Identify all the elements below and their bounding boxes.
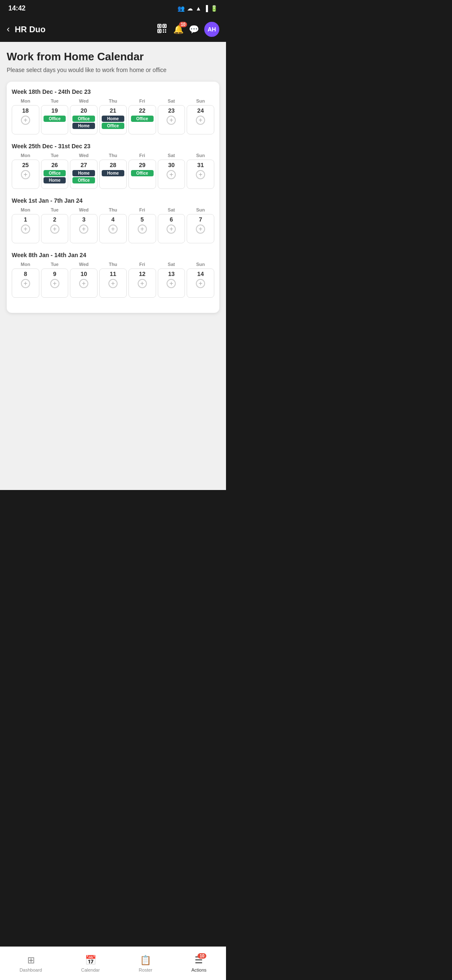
day-cell[interactable]: 23+ (158, 105, 185, 134)
status-time: 14:42 (8, 5, 26, 12)
day-number: 29 (139, 162, 146, 168)
day-header: Thu (99, 207, 127, 214)
day-tag[interactable]: Office (131, 170, 154, 176)
add-day-button[interactable]: + (50, 279, 59, 288)
add-day-button[interactable]: + (108, 279, 118, 288)
day-tag[interactable]: Office (72, 177, 95, 183)
day-number: 2 (53, 216, 56, 223)
week-title-0: Week 18th Dec - 24th Dec 23 (12, 88, 214, 95)
day-headers-0: MonTueWedThuFriSatSun (12, 98, 214, 105)
add-day-button[interactable]: + (79, 279, 88, 288)
add-day-button[interactable]: + (21, 170, 30, 179)
day-tag[interactable]: Office (44, 116, 66, 122)
day-cell[interactable]: 11+ (99, 268, 127, 298)
day-cell[interactable]: 9+ (41, 268, 69, 298)
day-cell[interactable]: 25+ (12, 160, 39, 189)
add-day-button[interactable]: + (167, 224, 176, 234)
day-header: Tue (41, 98, 69, 105)
page-subtitle: Please select days you would like to wor… (7, 67, 219, 73)
day-header: Sat (158, 98, 185, 105)
day-tag[interactable]: Office (102, 123, 124, 129)
day-cell[interactable]: 19Office (41, 105, 69, 134)
day-cell[interactable]: 30+ (158, 160, 185, 189)
day-cell[interactable]: 22Office (128, 105, 156, 134)
add-day-button[interactable]: + (167, 170, 176, 179)
day-cell[interactable]: 1+ (12, 214, 39, 243)
day-header: Mon (12, 98, 39, 105)
add-day-button[interactable]: + (167, 279, 176, 288)
day-cell[interactable]: 28Home (99, 160, 127, 189)
day-header: Sun (187, 153, 214, 160)
day-cell[interactable]: 29Office (128, 160, 156, 189)
add-day-button[interactable]: + (167, 116, 176, 125)
status-icons: 👥 ☁ ▲ ▐ 🔋 (177, 5, 218, 12)
add-day-button[interactable]: + (196, 170, 205, 179)
day-header: Sun (187, 262, 214, 268)
day-cell[interactable]: 5+ (128, 214, 156, 243)
day-number: 23 (168, 107, 175, 114)
messages-button[interactable]: 💬 (189, 24, 199, 34)
add-day-button[interactable]: + (196, 116, 205, 125)
qr-code-button[interactable] (157, 24, 167, 35)
day-cell[interactable]: 10+ (70, 268, 98, 298)
add-day-button[interactable]: + (50, 224, 59, 234)
day-cell[interactable]: 24+ (187, 105, 214, 134)
day-cell[interactable]: 18+ (12, 105, 39, 134)
day-tag[interactable]: Office (72, 116, 95, 122)
day-tag[interactable]: Home (102, 170, 124, 176)
day-grid-0: 18+19Office20OfficeHome21HomeOffice22Off… (12, 105, 214, 134)
add-day-button[interactable]: + (138, 279, 147, 288)
day-cell[interactable]: 20OfficeHome (70, 105, 98, 134)
day-cell[interactable]: 31+ (187, 160, 214, 189)
day-header: Tue (41, 262, 69, 268)
day-number: 21 (110, 107, 116, 114)
svg-rect-5 (159, 30, 160, 32)
svg-rect-6 (163, 29, 164, 31)
day-number: 28 (110, 162, 116, 168)
day-cell[interactable]: 12+ (128, 268, 156, 298)
day-tag[interactable]: Office (44, 170, 66, 176)
day-tag[interactable]: Office (131, 116, 154, 122)
add-day-button[interactable]: + (196, 224, 205, 234)
svg-rect-7 (165, 29, 166, 31)
back-button[interactable]: ‹ (7, 24, 10, 35)
header-icons: 🔔 10 💬 AH (157, 22, 219, 37)
cloud-icon: ☁ (187, 5, 193, 12)
day-cell[interactable]: 27HomeOffice (70, 160, 98, 189)
day-cell[interactable]: 14+ (187, 268, 214, 298)
day-grid-3: 8+9+10+11+12+13+14+ (12, 268, 214, 298)
day-number: 6 (170, 216, 173, 223)
week-block-1: Week 25th Dec - 31st Dec 23MonTueWedThuF… (12, 143, 214, 189)
add-day-button[interactable]: + (21, 116, 30, 125)
day-tag[interactable]: Home (72, 123, 95, 129)
add-day-button[interactable]: + (196, 279, 205, 288)
day-cell[interactable]: 8+ (12, 268, 39, 298)
day-number: 13 (168, 271, 175, 277)
day-headers-1: MonTueWedThuFriSatSun (12, 153, 214, 160)
day-cell[interactable]: 21HomeOffice (99, 105, 127, 134)
day-tag[interactable]: Home (102, 116, 124, 122)
user-avatar[interactable]: AH (204, 22, 219, 37)
add-day-button[interactable]: + (108, 224, 118, 234)
day-cell[interactable]: 26OfficeHome (41, 160, 69, 189)
day-cell[interactable]: 7+ (187, 214, 214, 243)
day-cell[interactable]: 2+ (41, 214, 69, 243)
day-cell[interactable]: 6+ (158, 214, 185, 243)
day-tag[interactable]: Home (44, 177, 66, 183)
day-number: 9 (53, 271, 56, 277)
add-day-button[interactable]: + (79, 224, 88, 234)
day-cell[interactable]: 4+ (99, 214, 127, 243)
day-header: Wed (70, 262, 98, 268)
day-cell[interactable]: 3+ (70, 214, 98, 243)
day-number: 5 (141, 216, 144, 223)
add-day-button[interactable]: + (21, 224, 30, 234)
add-day-button[interactable]: + (138, 224, 147, 234)
notifications-button[interactable]: 🔔 10 (173, 24, 184, 34)
notification-badge: 10 (179, 22, 187, 27)
day-number: 25 (22, 162, 29, 168)
add-day-button[interactable]: + (21, 279, 30, 288)
day-tag[interactable]: Home (72, 170, 95, 176)
day-cell[interactable]: 13+ (158, 268, 185, 298)
day-header: Fri (128, 207, 156, 214)
people-icon: 👥 (177, 5, 185, 12)
